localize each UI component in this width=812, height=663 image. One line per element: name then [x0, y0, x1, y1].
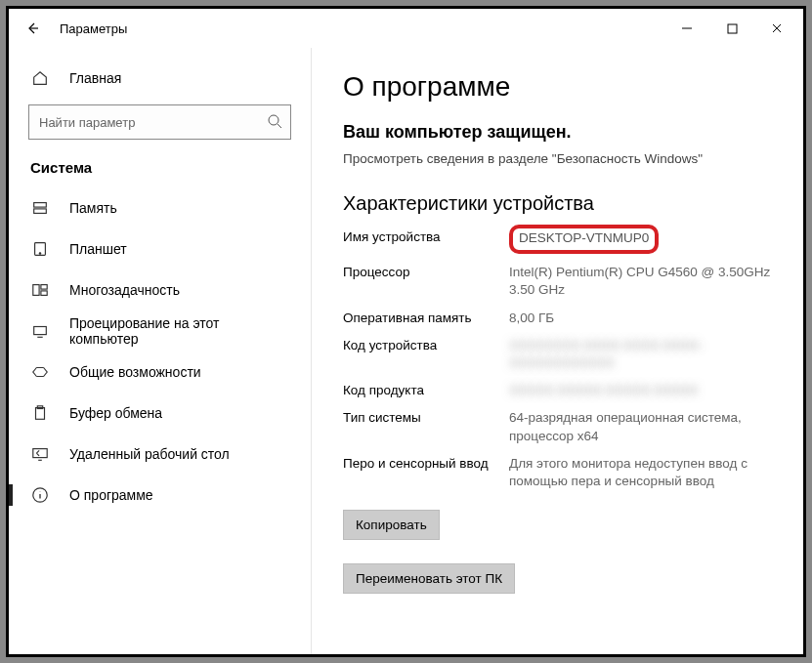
sidebar-item-tablet[interactable]: Планшет — [9, 228, 311, 269]
storage-icon — [28, 199, 52, 217]
spec-label: Процессор — [343, 264, 509, 299]
spec-device-name: Имя устройства DESKTOP-VTNMUP0 — [343, 228, 776, 254]
spec-label: Тип системы — [343, 409, 509, 444]
spec-value-blurred: XXXXXXXX-XXXX-XXXX-XXXX-XXXXXXXXXXXX — [509, 337, 776, 372]
svg-rect-0 — [728, 24, 737, 33]
spec-value: 8,00 ГБ — [509, 310, 776, 327]
sidebar-section-system: Система — [9, 153, 311, 187]
protected-heading: Ваш компьютер защищен. — [343, 122, 776, 143]
spec-ram: Оперативная память 8,00 ГБ — [343, 310, 776, 327]
svg-rect-12 — [33, 449, 47, 458]
spec-value: Для этого монитора недоступен ввод с пом… — [509, 455, 776, 490]
spec-value: Intel(R) Pentium(R) CPU G4560 @ 3.50GHz … — [509, 264, 776, 299]
search-icon — [267, 113, 282, 132]
sidebar-item-label: О программе — [69, 487, 153, 503]
window-title: Параметры — [60, 21, 127, 36]
sidebar-item-multitasking[interactable]: Многозадачность — [9, 269, 311, 311]
sidebar-item-label: Проецирование на этот компьютер — [69, 315, 291, 347]
sidebar-item-label: Память — [69, 200, 117, 216]
sidebar-item-about[interactable]: О программе — [9, 475, 311, 516]
device-name-highlight: DESKTOP-VTNMUP0 — [509, 225, 659, 254]
sidebar-item-clipboard[interactable]: Буфер обмена — [9, 393, 311, 434]
sidebar-item-label: Общие возможности — [69, 364, 201, 380]
copy-button[interactable]: Копировать — [343, 510, 440, 540]
window-body: Главная Система Память Планшет — [9, 48, 803, 654]
window-controls — [664, 13, 799, 44]
remote-desktop-icon — [28, 445, 52, 463]
sidebar: Главная Система Память Планшет — [9, 48, 312, 654]
spec-system-type: Тип системы 64-разрядная операционная си… — [343, 409, 776, 444]
svg-rect-7 — [41, 285, 47, 290]
search-box[interactable] — [28, 104, 291, 140]
sidebar-item-label: Планшет — [69, 241, 127, 257]
minimize-button[interactable] — [664, 13, 709, 44]
sidebar-item-remote-desktop[interactable]: Удаленный рабочий стол — [9, 434, 311, 475]
sidebar-item-memory[interactable]: Память — [9, 187, 311, 228]
sidebar-item-label: Удаленный рабочий стол — [69, 446, 230, 462]
sidebar-nav-list: Память Планшет Многозадачность Проециров… — [9, 187, 311, 654]
spec-label: Оперативная память — [343, 310, 509, 327]
search-input[interactable] — [39, 115, 267, 130]
home-label: Главная — [69, 70, 121, 86]
home-icon — [28, 69, 52, 87]
shared-icon — [28, 363, 52, 381]
svg-rect-8 — [41, 291, 47, 296]
spec-label: Код продукта — [343, 382, 509, 399]
svg-rect-6 — [33, 285, 39, 296]
spec-device-id: Код устройства XXXXXXXX-XXXX-XXXX-XXXX-X… — [343, 337, 776, 372]
sidebar-item-label: Буфер обмена — [69, 405, 162, 421]
spec-pen-touch: Перо и сенсорный ввод Для этого монитора… — [343, 455, 776, 490]
spec-value: 64-разрядная операционная система, проце… — [509, 409, 776, 444]
maximize-button[interactable] — [709, 13, 754, 44]
tablet-icon — [28, 240, 52, 258]
spec-label: Имя устройства — [343, 228, 509, 254]
clipboard-icon — [28, 404, 52, 422]
main-content: О программе Ваш компьютер защищен. Просм… — [312, 48, 803, 654]
info-icon — [28, 486, 52, 504]
svg-point-1 — [269, 115, 278, 125]
page-title: О программе — [343, 71, 776, 103]
spec-label: Код устройства — [343, 337, 509, 372]
svg-rect-2 — [34, 203, 47, 208]
rename-pc-button[interactable]: Переименовать этот ПК — [343, 563, 515, 594]
spec-product-id: Код продукта XXXXX-XXXXX-XXXXX-XXXXX — [343, 382, 776, 399]
spec-label: Перо и сенсорный ввод — [343, 455, 509, 490]
home-link[interactable]: Главная — [9, 58, 311, 99]
spec-cpu: Процессор Intel(R) Pentium(R) CPU G4560 … — [343, 264, 776, 299]
svg-rect-9 — [34, 327, 47, 335]
multitasking-icon — [28, 281, 52, 299]
back-button[interactable] — [17, 13, 48, 44]
projecting-icon — [28, 322, 52, 340]
specs-heading: Характеристики устройства — [343, 192, 776, 215]
svg-point-5 — [39, 253, 40, 254]
spec-value: DESKTOP-VTNMUP0 — [509, 228, 776, 254]
settings-window: Параметры Главная — [6, 6, 806, 657]
sidebar-item-projecting[interactable]: Проецирование на этот компьютер — [9, 311, 311, 352]
svg-rect-10 — [36, 408, 45, 420]
security-link[interactable]: Просмотреть сведения в разделе "Безопасн… — [343, 150, 776, 169]
spec-value-blurred: XXXXX-XXXXX-XXXXX-XXXXX — [509, 382, 776, 399]
close-button[interactable] — [754, 13, 799, 44]
titlebar: Параметры — [9, 9, 803, 48]
svg-rect-3 — [34, 209, 47, 214]
sidebar-item-shared[interactable]: Общие возможности — [9, 352, 311, 393]
sidebar-item-label: Многозадачность — [69, 282, 180, 298]
